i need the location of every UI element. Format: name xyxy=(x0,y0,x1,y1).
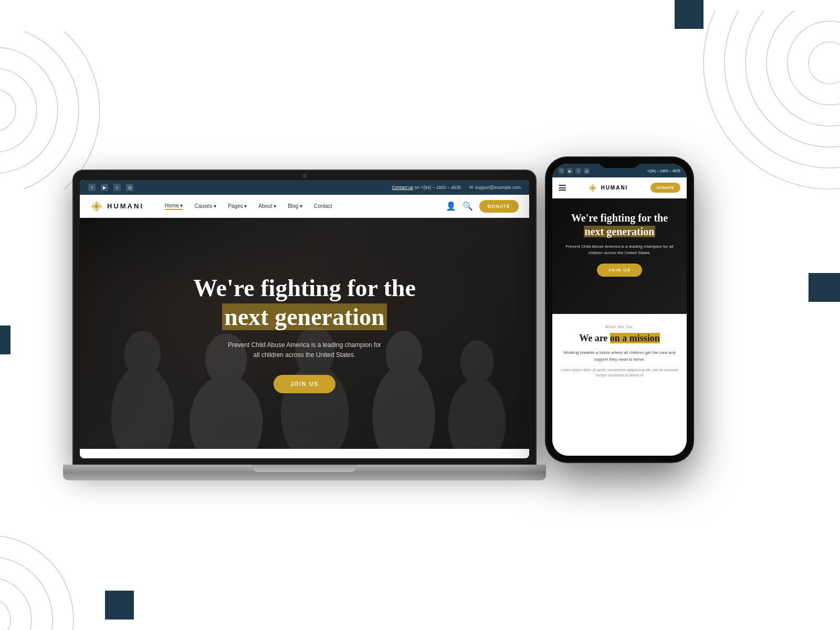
svg-point-20 xyxy=(93,203,96,205)
hamburger-menu[interactable] xyxy=(559,185,566,191)
nav-links: Home ▾ Causes ▾ Pages ▾ About ▾ Blog ▾ C… xyxy=(165,203,446,210)
svg-point-42 xyxy=(594,188,595,190)
phone-donate-button[interactable]: DONATE xyxy=(650,183,680,193)
phone-hero-subtitle: Prevent Child Abuse America is a leading… xyxy=(561,244,678,256)
phone-twitter-icon: t xyxy=(575,168,581,174)
svg-point-15 xyxy=(94,204,99,208)
laptop-device: f ▶ t ◎ Contact us on +(84) – 1800 – 463… xyxy=(74,171,536,480)
facebook-icon: f xyxy=(88,184,96,191)
site-logo: HUMANI xyxy=(90,200,144,213)
phone-logo-icon xyxy=(588,183,597,193)
hero-title: We're fighting for the next generation xyxy=(193,274,416,331)
email-text: ✉ support@example.com xyxy=(469,185,521,190)
nav-causes[interactable]: Causes ▾ xyxy=(194,203,216,209)
phone-screen: f ▶ t ◎ +(84) – 1800 – 4635 xyxy=(552,164,687,456)
logo-text: HUMANI xyxy=(107,202,144,210)
phone-mockup: f ▶ t ◎ +(84) – 1800 – 4635 xyxy=(546,158,693,462)
search-icon[interactable]: 🔍 xyxy=(463,201,473,211)
laptop-camera xyxy=(302,174,307,178)
svg-point-38 xyxy=(595,187,597,189)
twitter-icon: t xyxy=(113,184,121,191)
svg-point-21 xyxy=(98,203,100,205)
phone-mission-subtitle: Working towards a future where all child… xyxy=(561,350,678,363)
phone-mission-label: What We Do. xyxy=(561,324,678,329)
hero-content: We're fighting for the next generation P… xyxy=(80,218,529,449)
hero-title-highlight: next generation xyxy=(222,303,386,330)
svg-point-39 xyxy=(591,185,592,187)
svg-point-23 xyxy=(98,207,100,209)
phone-topbar-phone: +(84) – 1800 – 4635 xyxy=(647,169,680,173)
donate-button[interactable]: DONATE xyxy=(479,200,519,213)
hero-subtitle: Prevent Child Abuse America is a leading… xyxy=(228,340,381,360)
svg-point-35 xyxy=(592,184,594,186)
phone-instagram-icon: ◎ xyxy=(584,168,590,174)
phone-navbar: HUMANI DONATE xyxy=(552,177,687,198)
instagram-icon: ◎ xyxy=(126,184,133,191)
youtube-icon: ▶ xyxy=(101,184,108,191)
svg-point-41 xyxy=(591,188,592,190)
phone-mission-highlight: on a mission xyxy=(610,333,660,343)
laptop-lid: f ▶ t ◎ Contact us on +(84) – 1800 – 463… xyxy=(74,171,536,465)
nav-contact[interactable]: Contact xyxy=(314,203,332,209)
svg-point-17 xyxy=(96,208,98,211)
contact-link[interactable]: Contact us xyxy=(392,185,413,190)
svg-point-40 xyxy=(594,185,595,187)
phone-mission-body: Lorem ipsum dolor sit amet, consectetur … xyxy=(561,368,678,379)
phone-join-button[interactable]: JOIN US xyxy=(597,264,643,277)
join-button[interactable]: JOIN US xyxy=(274,375,335,393)
hamburger-line-2 xyxy=(559,187,566,188)
humani-logo-icon xyxy=(90,200,103,213)
svg-point-37 xyxy=(589,187,591,189)
hamburger-line-3 xyxy=(559,190,566,191)
contact-text: Contact us on +(84) – 1800 – 4635 xyxy=(392,185,461,190)
svg-point-34 xyxy=(591,186,594,190)
phone-hero-title-part1: We're fighting for the xyxy=(571,212,668,224)
nav-pages[interactable]: Pages ▾ xyxy=(228,203,247,209)
laptop-screen: f ▶ t ◎ Contact us on +(84) – 1800 – 463… xyxy=(80,180,529,458)
phone-hero-title-highlight: next generation xyxy=(584,226,656,237)
phone-mission-title: We are on a mission xyxy=(561,332,678,344)
phone-notch xyxy=(598,158,640,168)
svg-point-16 xyxy=(96,201,98,204)
phone-device: f ▶ t ◎ +(84) – 1800 – 4635 xyxy=(546,158,693,462)
topbar-right: Contact us on +(84) – 1800 – 4635 ✉ supp… xyxy=(392,185,521,190)
phone-logo: HUMANI xyxy=(588,183,628,193)
phone-social-icons: f ▶ t ◎ xyxy=(559,168,590,174)
svg-point-18 xyxy=(92,205,94,207)
phone-hero-content: We're fighting for the next generation P… xyxy=(552,198,687,285)
nav-about[interactable]: About ▾ xyxy=(258,203,276,209)
phone-hero-title: We're fighting for the next generation xyxy=(561,211,678,238)
phone-mission-section: What We Do. We are on a mission Working … xyxy=(552,314,687,389)
nav-actions: 👤 🔍 DONATE xyxy=(446,200,519,213)
hero-title-part1: We're fighting for the xyxy=(193,275,416,301)
user-icon[interactable]: 👤 xyxy=(446,201,456,211)
svg-point-19 xyxy=(99,205,102,207)
phone-logo-text: HUMANI xyxy=(601,185,628,191)
nav-blog[interactable]: Blog ▾ xyxy=(288,203,302,209)
svg-point-36 xyxy=(592,190,594,192)
site-topbar: f ▶ t ◎ Contact us on +(84) – 1800 – 463… xyxy=(80,180,529,195)
laptop-mockup: f ▶ t ◎ Contact us on +(84) – 1800 – 463… xyxy=(74,171,536,480)
topbar-left: f ▶ t ◎ xyxy=(88,184,133,191)
nav-home[interactable]: Home ▾ xyxy=(165,203,183,210)
phone-youtube-icon: ▶ xyxy=(567,168,573,174)
mockup-scene: f ▶ t ◎ Contact us on +(84) – 1800 – 463… xyxy=(0,0,840,630)
phone-facebook-icon: f xyxy=(559,168,564,174)
laptop-notch xyxy=(252,465,357,472)
svg-point-22 xyxy=(93,207,96,209)
phone-hero: We're fighting for the next generation P… xyxy=(552,198,687,314)
site-hero: We're fighting for the next generation P… xyxy=(80,218,529,449)
hamburger-line-1 xyxy=(559,185,566,186)
laptop-base xyxy=(63,465,546,480)
site-navbar: HUMANI Home ▾ Causes ▾ Pages ▾ About ▾ B… xyxy=(80,195,529,218)
